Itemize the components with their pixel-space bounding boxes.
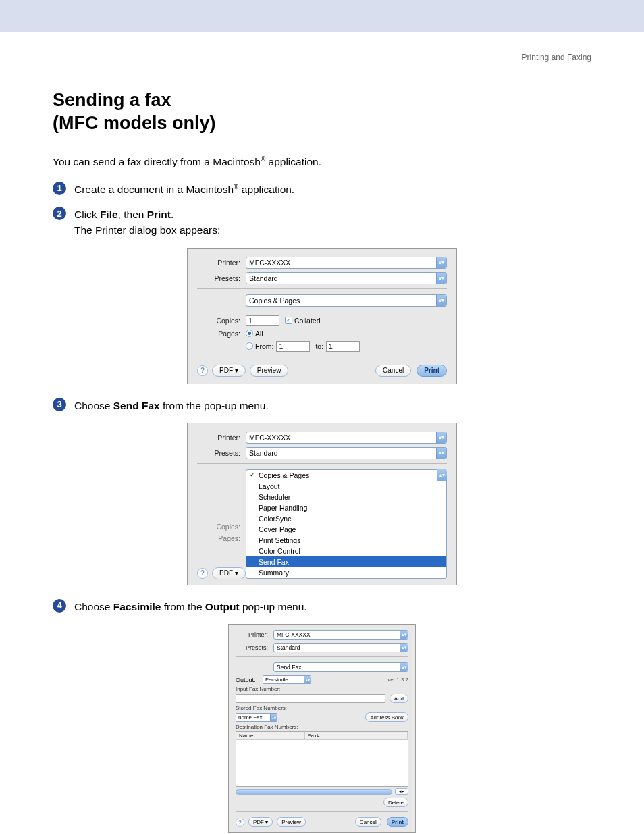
- step-2: 2 Click File, then Print. The Printer di…: [53, 207, 591, 238]
- step-badge-3: 3: [53, 398, 66, 411]
- step-1: 1 Create a document in a Macintosh® appl…: [53, 182, 591, 197]
- delete-button[interactable]: Delete: [383, 798, 408, 807]
- print-button[interactable]: Print: [417, 365, 447, 377]
- dest-fax-table[interactable]: Name Fax#: [236, 731, 408, 787]
- presets-label: Presets:: [197, 449, 246, 457]
- col-fax: Fax#: [305, 732, 408, 739]
- help-button[interactable]: ?: [197, 365, 208, 376]
- popup-item[interactable]: Paper Handling: [246, 502, 446, 513]
- printer-select[interactable]: MFC-XXXXX▴▾: [273, 630, 408, 640]
- select-arrow-icon: ▴▾: [400, 663, 408, 671]
- presets-label: Presets:: [236, 644, 273, 651]
- popup-item[interactable]: Cover Page: [246, 524, 446, 535]
- version-label: ver.1.3.2: [387, 677, 408, 683]
- step-1-text: Create a document in a Macintosh® applic…: [74, 182, 294, 197]
- select-arrow-icon: ▴▾: [304, 676, 311, 683]
- step-badge-2: 2: [53, 207, 66, 220]
- to-label: to:: [315, 342, 323, 350]
- popup-item[interactable]: Print Settings: [246, 535, 446, 546]
- preview-button[interactable]: Preview: [250, 365, 289, 377]
- print-dialog-1: Printer: MFC-XXXXX▴▾ Presets: Standard▴▾…: [187, 248, 457, 384]
- step-4-text: Choose Facsimile from the Output pop-up …: [74, 599, 307, 615]
- select-arrow-icon: ▴▾: [436, 295, 446, 306]
- output-label: Output:: [236, 677, 263, 683]
- help-button[interactable]: ?: [236, 818, 244, 827]
- popup-item[interactable]: Copies & Pages: [246, 470, 446, 481]
- step-4: 4 Choose Facsimile from the Output pop-u…: [53, 599, 591, 615]
- copies-input[interactable]: 1: [246, 315, 279, 326]
- from-label: From:: [255, 342, 273, 350]
- pdf-button[interactable]: PDF ▾: [212, 365, 246, 377]
- pane-select[interactable]: Copies & Pages▴▾: [246, 294, 447, 307]
- from-input[interactable]: 1: [276, 341, 310, 352]
- pane-select[interactable]: Send Fax▴▾: [273, 662, 408, 672]
- divider: [236, 811, 408, 812]
- intro-text: You can send a fax directly from a Macin…: [53, 155, 591, 168]
- printer-label: Printer:: [197, 434, 246, 442]
- select-arrow-icon: ▴▾: [436, 257, 446, 268]
- select-arrow-icon: ▴▾: [400, 631, 408, 639]
- preview-button[interactable]: Preview: [277, 817, 305, 827]
- popup-item-selected[interactable]: Send Fax: [246, 556, 446, 567]
- stored-fax-select[interactable]: home Fax▴▾: [236, 713, 277, 722]
- printer-label: Printer:: [236, 631, 273, 638]
- select-arrow-icon: ▴▾: [436, 432, 446, 443]
- copies-label: Copies:: [197, 317, 246, 325]
- output-select[interactable]: Facsimile▴▾: [263, 675, 311, 684]
- add-button[interactable]: Add: [390, 694, 408, 703]
- print-button[interactable]: Print: [387, 817, 408, 827]
- printer-label: Printer:: [197, 259, 246, 267]
- pages-label: Pages:: [197, 330, 246, 338]
- presets-select[interactable]: Standard▴▾: [246, 447, 447, 459]
- cancel-button[interactable]: Cancel: [355, 817, 381, 827]
- divider: [197, 359, 447, 359]
- to-input[interactable]: 1: [326, 341, 360, 352]
- step-badge-1: 1: [53, 182, 66, 195]
- select-arrow-icon: ▴▾: [436, 448, 446, 459]
- scrollbar[interactable]: [236, 789, 392, 795]
- divider: [197, 288, 447, 289]
- select-arrow-icon: ▴▾: [270, 714, 277, 721]
- divider: [236, 656, 408, 657]
- printer-select[interactable]: MFC-XXXXX▴▾: [246, 257, 447, 269]
- collated-label: Collated: [294, 317, 321, 325]
- pages-from-radio[interactable]: [246, 342, 253, 350]
- stored-fax-label: Stored Fax Numbers:: [236, 705, 408, 711]
- pages-all-label: All: [255, 330, 263, 338]
- help-button[interactable]: ?: [197, 568, 208, 579]
- select-arrow-icon: ▴▾: [436, 273, 446, 284]
- select-arrow-icon: ▴▾: [400, 644, 408, 652]
- printer-select[interactable]: MFC-XXXXX▴▾: [246, 432, 447, 444]
- input-fax-label: Input Fax Number:: [236, 686, 408, 692]
- pages-all-radio[interactable]: [246, 330, 253, 337]
- popup-item[interactable]: Summary: [246, 567, 446, 578]
- pdf-button[interactable]: PDF ▾: [212, 567, 246, 579]
- print-dialog-2: Printer: MFC-XXXXX▴▾ Presets: Standard▴▾…: [187, 423, 457, 585]
- pane-popup-open[interactable]: ▴▾ Copies & Pages Layout Scheduler Paper…: [246, 469, 447, 579]
- cancel-button[interactable]: Cancel: [375, 365, 411, 377]
- input-fax-field[interactable]: [236, 694, 385, 703]
- divider: [197, 463, 447, 464]
- presets-select[interactable]: Standard▴▾: [246, 272, 447, 284]
- scroll-arrows-icon[interactable]: ◂▸: [395, 788, 408, 795]
- address-book-button[interactable]: Address Book: [365, 712, 408, 722]
- col-name: Name: [236, 732, 305, 739]
- presets-label: Presets:: [197, 274, 246, 282]
- step-2-text: Click File, then Print. The Printer dial…: [74, 207, 220, 238]
- breadcrumb: Printing and Faxing: [53, 53, 591, 62]
- header-band: [0, 0, 644, 32]
- popup-item[interactable]: ColorSync: [246, 513, 446, 524]
- title-line-2: (MFC models only): [53, 113, 216, 133]
- page-title: Sending a fax (MFC models only): [53, 89, 591, 135]
- dest-fax-label: Destination Fax Numbers:: [236, 724, 408, 730]
- collated-checkbox[interactable]: ✓: [285, 317, 292, 324]
- pdf-button[interactable]: PDF ▾: [248, 817, 273, 827]
- popup-item[interactable]: Layout: [246, 481, 446, 492]
- sendfax-dialog: Printer: MFC-XXXXX▴▾ Presets: Standard▴▾…: [228, 624, 416, 833]
- presets-select[interactable]: Standard▴▾: [273, 643, 408, 652]
- popup-item[interactable]: Scheduler: [246, 492, 446, 502]
- popup-item[interactable]: Color Control: [246, 546, 446, 556]
- step-badge-4: 4: [53, 599, 66, 613]
- step-3: 3 Choose Send Fax from the pop-up menu.: [53, 398, 591, 413]
- step-3-text: Choose Send Fax from the pop-up menu.: [74, 398, 269, 413]
